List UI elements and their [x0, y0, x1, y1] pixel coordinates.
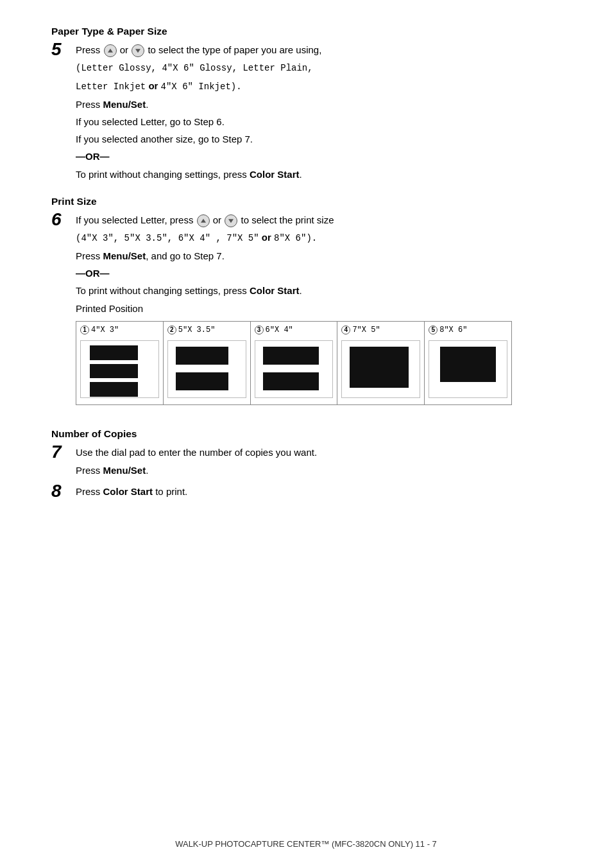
- pos-rect-2b: [176, 372, 228, 390]
- footer-text: WALK-UP PHOTOCAPTURE CENTER™ (MFC-3820CN…: [175, 839, 437, 849]
- step-6-or-line: —OR—: [76, 266, 561, 281]
- section-paper-type: Paper Type & Paper Size 5 Press or to se…: [51, 26, 561, 184]
- step-6-code: (4"X 3", 5"X 3.5", 6"X 4" , 7"X 5" or 8"…: [76, 230, 561, 246]
- printed-position-label: Printed Position: [76, 301, 561, 316]
- pos-header-4: 4 7"X 5": [341, 326, 380, 336]
- step-5-if-letter: If you selected Letter, go to Step 6.: [76, 114, 561, 129]
- step-5-content: Press or to select the type of paper you…: [76, 42, 561, 184]
- step-5-row: 5 Press or to select the type of paper y…: [51, 42, 561, 184]
- step-7-content: Use the dial pad to enter the number of …: [76, 445, 561, 480]
- pos-header-3: 3 6"X 4": [255, 326, 293, 336]
- menu-set-bold-7: Menu/Set: [103, 465, 146, 476]
- pos-circle-1: 1: [80, 326, 89, 334]
- step-5-press-menu: Press Menu/Set.: [76, 97, 561, 112]
- pos-label-4: 7"X 5": [352, 326, 380, 336]
- pos-rect-3a: [263, 347, 319, 365]
- pos-rect-4a: [350, 347, 409, 387]
- section-title-print-size: Print Size: [51, 196, 561, 207]
- step-8-content: Press Color Start to print.: [76, 484, 561, 501]
- position-cell-1: 1 4"X 3": [76, 322, 164, 405]
- pos-label-5: 8"X 6": [439, 326, 467, 336]
- color-start-bold-6: Color Start: [250, 285, 300, 296]
- color-start-bold-5: Color Start: [250, 169, 300, 180]
- pos-image-4: [341, 340, 420, 398]
- step-7-number: 7: [51, 442, 76, 462]
- step-5-or-line: —OR—: [76, 149, 561, 164]
- section-number-of-copies: Number of Copies 7 Use the dial pad to e…: [51, 428, 561, 501]
- pos-image-2: [167, 340, 246, 398]
- step-7-row: 7 Use the dial pad to enter the number o…: [51, 445, 561, 480]
- position-cell-2: 2 5"X 3.5": [164, 322, 251, 405]
- pos-rect-1a: [90, 345, 138, 360]
- step-6-code-line2: 8"X 6").: [274, 233, 317, 243]
- color-start-bold-8: Color Start: [103, 486, 153, 497]
- position-cell-3: 3 6"X 4": [251, 322, 338, 405]
- menu-set-bold-6: Menu/Set: [103, 250, 146, 261]
- pos-rect-1b: [90, 364, 138, 379]
- step-6-line1: If you selected Letter, press or to sele…: [76, 213, 561, 227]
- step-5-to-print: To print without changing settings, pres…: [76, 167, 561, 182]
- position-table: 1 4"X 3" 2 5"X 3.5": [76, 321, 512, 406]
- step-6-content: If you selected Letter, press or to sele…: [76, 213, 561, 411]
- pos-circle-4: 4: [341, 326, 350, 334]
- pos-circle-5: 5: [429, 326, 438, 334]
- pos-image-1: [80, 340, 159, 398]
- nav-up-icon-6: [197, 214, 210, 227]
- step-8-number: 8: [51, 482, 76, 501]
- pos-circle-2: 2: [167, 326, 176, 334]
- pos-header-1: 1 4"X 3": [80, 326, 119, 336]
- step-8-row: 8 Press Color Start to print.: [51, 484, 561, 501]
- position-cell-4: 4 7"X 5": [337, 322, 425, 405]
- section-title-paper: Paper Type & Paper Size: [51, 26, 561, 37]
- section-title-copies: Number of Copies: [51, 428, 561, 440]
- step-5-number: 5: [51, 40, 76, 60]
- pos-rect-3b: [263, 372, 319, 390]
- step-5-if-another: If you selected another size, go to Step…: [76, 132, 561, 146]
- pos-label-1: 4"X 3": [91, 326, 119, 336]
- step-7-press-menu: Press Menu/Set.: [76, 463, 561, 478]
- nav-down-icon-5: [132, 44, 144, 57]
- pos-image-3: [255, 340, 334, 398]
- step-6-number: 6: [51, 210, 76, 230]
- step-7-line1: Use the dial pad to enter the number of …: [76, 445, 561, 460]
- step-6-press-menu: Press Menu/Set, and go to Step 7.: [76, 248, 561, 263]
- pos-image-5: [429, 340, 507, 398]
- step-6-code-line: (4"X 3", 5"X 3.5", 6"X 4" , 7"X 5": [76, 233, 259, 243]
- step-8-line1: Press Color Start to print.: [76, 484, 561, 499]
- pos-header-2: 2 5"X 3.5": [167, 326, 216, 336]
- section-print-size: Print Size 6 If you selected Letter, pre…: [51, 196, 561, 411]
- position-cell-5: 5 8"X 6": [425, 322, 511, 405]
- pos-rect-2a: [176, 347, 228, 365]
- menu-set-bold-5: Menu/Set: [103, 99, 146, 110]
- nav-down-icon-6: [225, 214, 237, 227]
- step-5-code: (Letter Glossy, 4"X 6" Glossy, Letter Pl…: [76, 60, 561, 76]
- step-5-code-line1: (Letter Glossy, 4"X 6" Glossy, Letter Pl…: [76, 63, 313, 73]
- nav-up-icon-5: [104, 44, 117, 57]
- pos-rect-1c: [90, 382, 138, 397]
- pos-label-2: 5"X 3.5": [178, 326, 216, 336]
- page-footer: WALK-UP PHOTOCAPTURE CENTER™ (MFC-3820CN…: [0, 839, 612, 849]
- pos-header-5: 5 8"X 6": [429, 326, 467, 336]
- pos-circle-3: 3: [255, 326, 264, 334]
- step-6-row: 6 If you selected Letter, press or to se…: [51, 213, 561, 411]
- step-5-line1: Press or to select the type of paper you…: [76, 42, 561, 57]
- step-5-code2: Letter Inkjet or 4"X 6" Inkjet).: [76, 78, 561, 94]
- step-5-code-line2b: 4"X 6" Inkjet).: [161, 82, 242, 92]
- pos-rect-5a: [440, 347, 496, 382]
- step-6-to-print: To print without changing settings, pres…: [76, 283, 561, 298]
- step-5-code-line2a: Letter Inkjet: [76, 82, 146, 92]
- pos-label-3: 6"X 4": [266, 326, 293, 336]
